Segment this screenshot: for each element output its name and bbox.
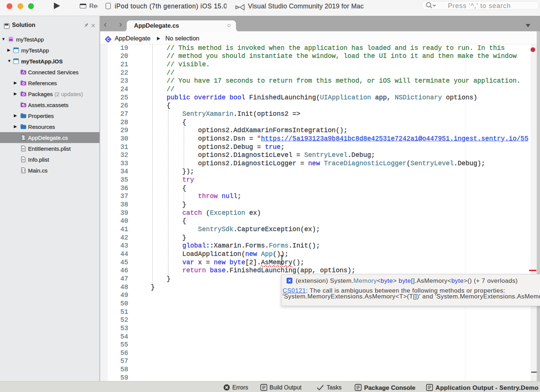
- svg-text:C: C: [107, 37, 110, 41]
